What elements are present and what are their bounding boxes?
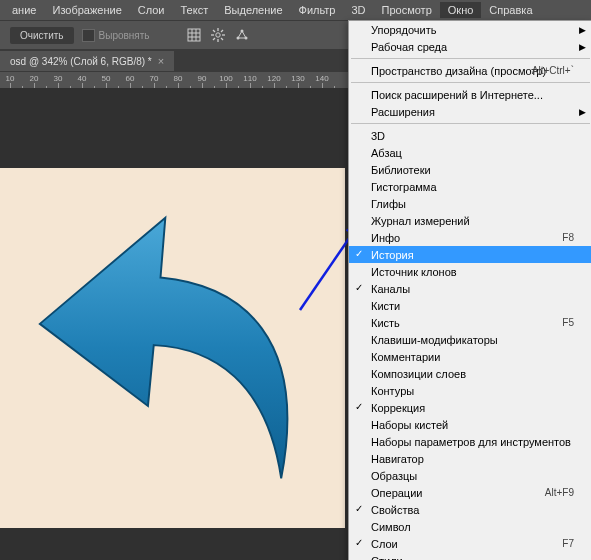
menu-item-расширения[interactable]: Расширения▶	[349, 103, 591, 120]
menu-item-label: Слои	[371, 538, 398, 550]
menu-shortcut: Alt+F9	[545, 487, 574, 498]
menu-separator	[351, 123, 590, 124]
menu-item-библиотеки[interactable]: Библиотеки	[349, 161, 591, 178]
menu-окно[interactable]: Окно	[440, 2, 482, 18]
ruler-tick-label: 110	[243, 74, 256, 83]
menu-item-label: Навигатор	[371, 453, 424, 465]
menu-item-label: Расширения	[371, 106, 435, 118]
menu-item-гистограмма[interactable]: Гистограмма	[349, 178, 591, 195]
menu-item-label: Комментарии	[371, 351, 440, 363]
document-tab[interactable]: osd @ 342% (Слой 6, RGB/8) * ×	[0, 51, 174, 71]
submenu-arrow-icon: ▶	[579, 25, 586, 35]
menu-item-кисть[interactable]: КистьF5	[349, 314, 591, 331]
menu-item-навигатор[interactable]: Навигатор	[349, 450, 591, 467]
menu-item-источник-клонов[interactable]: Источник клонов	[349, 263, 591, 280]
close-icon[interactable]: ×	[158, 55, 164, 67]
menu-выделение[interactable]: Выделение	[216, 2, 290, 18]
ruler-tick-label: 100	[219, 74, 232, 83]
menu-item-label: Кисть	[371, 317, 400, 329]
menu-текст[interactable]: Текст	[173, 2, 217, 18]
svg-point-5	[215, 33, 219, 37]
menu-item-label: Коррекция	[371, 402, 425, 414]
menu-item-label: Символ	[371, 521, 411, 533]
menu-item-label: Свойства	[371, 504, 419, 516]
ruler-tick-label: 40	[78, 74, 87, 83]
menu-item-3d[interactable]: 3D	[349, 127, 591, 144]
menu-item-образцы[interactable]: Образцы	[349, 467, 591, 484]
align-label: Выровнять	[99, 30, 150, 41]
gear-icon[interactable]	[210, 27, 226, 43]
submenu-arrow-icon: ▶	[579, 107, 586, 117]
menu-item-label: Глифы	[371, 198, 406, 210]
menu-item-клавиши-модификаторы[interactable]: Клавиши-модификаторы	[349, 331, 591, 348]
menu-item-упорядочить[interactable]: Упорядочить▶	[349, 21, 591, 38]
menu-separator	[351, 58, 590, 59]
ruler-tick-label: 50	[102, 74, 111, 83]
menu-слои[interactable]: Слои	[130, 2, 173, 18]
ruler-tick-label: 90	[198, 74, 207, 83]
menu-item-label: Источник клонов	[371, 266, 457, 278]
menu-3d[interactable]: 3D	[343, 2, 373, 18]
menu-item-история[interactable]: ✓История	[349, 246, 591, 263]
menu-item-свойства[interactable]: ✓Свойства	[349, 501, 591, 518]
menu-item-коррекция[interactable]: ✓Коррекция	[349, 399, 591, 416]
menu-ание[interactable]: ание	[4, 2, 44, 18]
menu-item-стили[interactable]: Стили	[349, 552, 591, 560]
menu-item-label: Журнал измерений	[371, 215, 470, 227]
menu-item-label: Каналы	[371, 283, 410, 295]
svg-line-13	[213, 38, 215, 40]
menu-item-label: Образцы	[371, 470, 417, 482]
menu-shortcut: F8	[562, 232, 574, 243]
svg-line-18	[242, 31, 246, 38]
menu-изображение[interactable]: Изображение	[44, 2, 129, 18]
menu-item-label: Рабочая среда	[371, 41, 447, 53]
canvas-arrow-shape	[30, 208, 320, 488]
checkbox-icon	[82, 29, 95, 42]
menu-item-label: Гистограмма	[371, 181, 437, 193]
grid-icon[interactable]	[186, 27, 202, 43]
ruler-tick-label: 80	[174, 74, 183, 83]
ruler-tick-label: 140	[315, 74, 328, 83]
menu-item-инфо[interactable]: ИнфоF8	[349, 229, 591, 246]
clear-button[interactable]: Очистить	[10, 27, 74, 44]
app-root: аниеИзображениеСлоиТекстВыделениеФильтр3…	[0, 0, 591, 560]
menu-item-комментарии[interactable]: Комментарии	[349, 348, 591, 365]
menu-item-слои[interactable]: ✓СлоиF7	[349, 535, 591, 552]
menu-item-label: Инфо	[371, 232, 400, 244]
menu-item-наборы-кистей[interactable]: Наборы кистей	[349, 416, 591, 433]
menu-справка[interactable]: Справка	[481, 2, 540, 18]
menu-item-кисти[interactable]: Кисти	[349, 297, 591, 314]
menu-просмотр[interactable]: Просмотр	[374, 2, 440, 18]
svg-line-10	[213, 30, 215, 32]
menu-item-рабочая-среда[interactable]: Рабочая среда▶	[349, 38, 591, 55]
menu-item-глифы[interactable]: Глифы	[349, 195, 591, 212]
menu-item-поиск-расширений-в-интернете-[interactable]: Поиск расширений в Интернете...	[349, 86, 591, 103]
triad-icon[interactable]	[234, 27, 250, 43]
menu-item-журнал-измерений[interactable]: Журнал измерений	[349, 212, 591, 229]
menu-item-label: Абзац	[371, 147, 402, 159]
menu-item-пространство-дизайна-просмотр-[interactable]: Пространство дизайна (просмотр)Alt+Ctrl+…	[349, 62, 591, 79]
menu-фильтр[interactable]: Фильтр	[291, 2, 344, 18]
check-icon: ✓	[355, 282, 363, 293]
menu-item-label: Наборы параметров для инструментов	[371, 436, 571, 448]
ruler-tick-label: 60	[126, 74, 135, 83]
menu-item-наборы-параметров-для-инструментов[interactable]: Наборы параметров для инструментов	[349, 433, 591, 450]
window-menu-dropdown: Упорядочить▶Рабочая среда▶Пространство д…	[348, 20, 591, 560]
svg-line-12	[221, 30, 223, 32]
menu-item-композиции-слоев[interactable]: Композиции слоев	[349, 365, 591, 382]
menu-item-каналы[interactable]: ✓Каналы	[349, 280, 591, 297]
menu-item-label: История	[371, 249, 414, 261]
menu-item-абзац[interactable]: Абзац	[349, 144, 591, 161]
menu-item-label: Операции	[371, 487, 422, 499]
menu-item-операции[interactable]: ОперацииAlt+F9	[349, 484, 591, 501]
menu-item-label: Поиск расширений в Интернете...	[371, 89, 543, 101]
menu-shortcut: F5	[562, 317, 574, 328]
menu-item-контуры[interactable]: Контуры	[349, 382, 591, 399]
canvas[interactable]	[0, 168, 345, 528]
menu-item-символ[interactable]: Символ	[349, 518, 591, 535]
menu-item-label: Контуры	[371, 385, 414, 397]
menu-item-label: Пространство дизайна (просмотр)	[371, 65, 546, 77]
align-checkbox[interactable]: Выровнять	[82, 29, 150, 42]
menu-item-label: Стили	[371, 555, 403, 561]
check-icon: ✓	[355, 248, 363, 259]
